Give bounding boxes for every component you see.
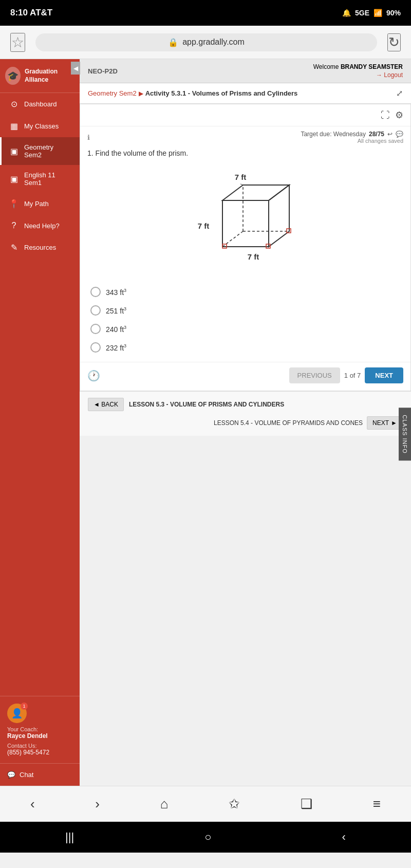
previous-button[interactable]: PREVIOUS [289, 367, 340, 383]
nav-menu-button[interactable]: ≡ [365, 791, 388, 817]
status-bar: 8:10 AT&T 🔔 5GE 📶 90% [0, 0, 411, 26]
classes-icon: ▦ [9, 121, 19, 131]
lock-icon: 🔒 [168, 38, 178, 47]
signal-icon: 📶 [373, 9, 382, 17]
sidebar-item-label: Need Help? [24, 222, 60, 230]
lesson-nav: ◄ BACK LESSON 5.3 - VOLUME OF PRISMS AND… [80, 391, 411, 436]
bottom-nav-bar: ‹ › ⌂ ✩ ❑ ≡ [0, 786, 411, 822]
sidebar-item-label: Dashboard [24, 100, 57, 108]
breadcrumb-current: Activity 5.3.1 - Volumes of Prisms and C… [145, 89, 298, 97]
next-lesson-button[interactable]: NEXT ► [367, 416, 403, 430]
next-lesson-row: LESSON 5.4 - VOLUME OF PYRAMIDS AND CONE… [88, 416, 403, 430]
nav-tabs-button[interactable]: ❑ [293, 791, 320, 817]
comment-icon[interactable]: 💬 [396, 131, 403, 138]
nav-forward-button[interactable]: › [87, 791, 107, 817]
undo-icon[interactable]: ↩ [387, 131, 393, 138]
sidebar-item-label: English 11 Sem1 [24, 171, 72, 187]
fullscreen-button[interactable]: ⛶ [381, 110, 390, 121]
next-lesson-arrow: ► [391, 419, 397, 427]
svg-line-12 [240, 184, 243, 185]
nav-back-button[interactable]: ‹ [23, 791, 43, 817]
answer-option-d[interactable]: 232 ft3 [90, 338, 400, 357]
sidebar-item-english-sem1[interactable]: ▣ English 11 Sem1 [0, 165, 80, 193]
timer-icon[interactable]: 🕐 [87, 370, 100, 382]
question-footer: 🕐 PREVIOUS 1 of 7 NEXT [80, 362, 410, 391]
coach-section: 👤 1 Your Coach: Rayce Dendel Contact Us:… [0, 696, 80, 763]
android-back-button[interactable]: ‹ [342, 830, 346, 844]
sidebar-item-label: Geometry Sem2 [24, 143, 72, 159]
welcome-area: Welcome BRANDY SEAMSTER → Logout [313, 63, 403, 79]
android-nav: ||| ○ ‹ [0, 822, 411, 853]
answer-option-b[interactable]: 251 ft3 [90, 301, 400, 320]
current-lesson-label: LESSON 5.3 - VOLUME OF PRISMS AND CYLIND… [129, 401, 284, 408]
sidebar-item-label: My Classes [24, 122, 59, 130]
next-lesson-label: LESSON 5.4 - VOLUME OF PYRAMIDS AND CONE… [214, 419, 363, 427]
sidebar-item-resources[interactable]: ✎ Resources [0, 236, 80, 258]
url-bar[interactable]: 🔒 app.gradally.com [35, 33, 377, 51]
answer-label-c: 240 ft3 [106, 325, 126, 334]
answer-label-b: 251 ft3 [106, 306, 126, 315]
sidebar-logo: 🎓 Graduation Alliance [0, 59, 80, 93]
score-badge: 28/75 [369, 131, 384, 138]
back-row: ◄ BACK LESSON 5.3 - VOLUME OF PRISMS AND… [88, 398, 403, 411]
notification-badge: 1 [21, 703, 28, 710]
breadcrumb-parent-link[interactable]: Geometry Sem2 [88, 89, 137, 97]
sidebar-item-label: Resources [24, 244, 56, 251]
nav-bookmark-button[interactable]: ✩ [221, 791, 248, 817]
username: BRANDY SEAMSTER [341, 63, 403, 70]
changes-saved: All changes saved [358, 138, 403, 144]
sidebar-item-dashboard[interactable]: ⊙ Dashboard [0, 93, 80, 115]
coach-label: Your Coach: [7, 726, 72, 732]
nav-home-button[interactable]: ⌂ [153, 791, 176, 817]
sidebar-item-geometry-sem2[interactable]: ▣ Geometry Sem2 [0, 137, 80, 165]
android-recent-button[interactable]: ||| [65, 830, 74, 844]
question-text: 1. Find the volume of the prism. [80, 146, 410, 159]
back-button[interactable]: ◄ BACK [88, 398, 124, 411]
sidebar-item-label: My Path [24, 200, 49, 208]
sidebar-item-my-classes[interactable]: ▦ My Classes [0, 115, 80, 137]
question-body: Find the volume of the prism. [96, 149, 189, 157]
bookmark-button[interactable]: ☆ [10, 33, 25, 52]
question-header: ℹ Target due: Wednesday 28/75 ↩ 💬 All ch… [80, 126, 410, 146]
main-content: NEO-P2D Welcome BRANDY SEAMSTER → Logout… [80, 59, 411, 786]
answer-choices: 343 ft3 251 ft3 240 ft3 232 ft3 [80, 283, 410, 362]
sidebar-collapse-button[interactable]: ◀ [71, 62, 80, 75]
svg-text:7 ft: 7 ft [234, 173, 246, 181]
top-bar: NEO-P2D Welcome BRANDY SEAMSTER → Logout [80, 59, 411, 83]
expand-icon[interactable]: ⤢ [396, 88, 403, 98]
radio-b[interactable] [90, 305, 101, 316]
avatar: 👤 1 [7, 704, 27, 723]
refresh-button[interactable]: ↻ [387, 33, 401, 51]
target-due: Target due: Wednesday 28/75 ↩ 💬 [301, 131, 403, 138]
radio-c[interactable] [90, 324, 101, 334]
answer-option-c[interactable]: 240 ft3 [90, 320, 400, 338]
chat-icon: 💬 [7, 771, 15, 779]
class-info-tab[interactable]: CLASS INFO [399, 408, 411, 460]
chat-label: Chat [20, 771, 33, 779]
radio-d[interactable] [90, 342, 101, 353]
svg-text:7 ft: 7 ft [197, 221, 209, 230]
empty-content [80, 436, 411, 693]
answer-option-a[interactable]: 343 ft3 [90, 283, 400, 301]
course-icon-2: ▣ [9, 174, 19, 184]
path-icon: 📍 [9, 199, 19, 209]
question-navigation: PREVIOUS 1 of 7 NEXT [289, 367, 403, 383]
welcome-text: Welcome BRANDY SEAMSTER [313, 63, 403, 70]
sidebar-item-my-path[interactable]: 📍 My Path [0, 193, 80, 215]
dashboard-icon: ⊙ [9, 99, 19, 109]
breadcrumb-separator: ▶ [139, 90, 143, 97]
sidebar-item-chat[interactable]: 💬 Chat [0, 763, 80, 786]
neo-label: NEO-P2D [88, 67, 118, 75]
next-button[interactable]: NEXT [365, 367, 403, 383]
settings-button[interactable]: ⚙ [395, 109, 403, 121]
sidebar-nav: ⊙ Dashboard ▦ My Classes ▣ Geometry Sem2… [0, 93, 80, 696]
sidebar-item-need-help[interactable]: ? Need Help? [0, 215, 80, 236]
resources-icon: ✎ [9, 243, 19, 252]
android-home-button[interactable]: ○ [204, 830, 211, 844]
radio-a[interactable] [90, 287, 101, 297]
answer-label-a: 343 ft3 [106, 288, 126, 297]
logout-button[interactable]: → Logout [376, 71, 403, 79]
next-lesson-btn-label: NEXT [372, 419, 389, 427]
battery-icon: 90% [386, 9, 401, 17]
svg-marker-2 [269, 185, 289, 247]
